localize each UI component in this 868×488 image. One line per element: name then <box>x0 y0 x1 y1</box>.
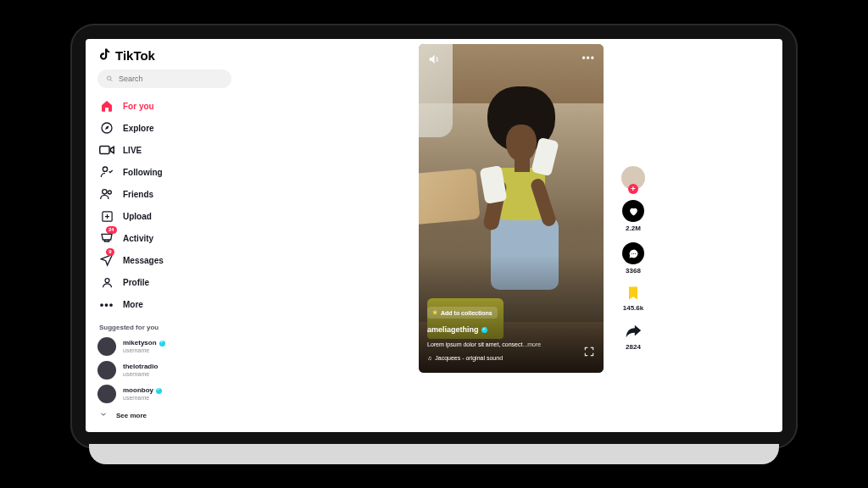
nav-label: Activity <box>123 234 153 243</box>
like-button[interactable]: 2.2M <box>622 200 644 232</box>
video-author[interactable]: ameliagething <box>427 325 487 334</box>
save-count: 145.6k <box>623 304 643 312</box>
like-count: 2.2M <box>626 225 641 232</box>
video-player[interactable]: ••• ★ Add to collections ameliagething L… <box>419 44 604 373</box>
nav-list: For you Explore LIVE Following Friends <box>97 95 231 315</box>
music-note-icon: ♫ <box>427 355 431 361</box>
save-button[interactable]: 145.6k <box>623 285 643 312</box>
fullscreen-button[interactable] <box>583 346 595 361</box>
bookmark-icon <box>625 285 642 302</box>
nav-messages[interactable]: 9 Messages <box>97 249 231 271</box>
suggested-handle: username <box>123 347 165 354</box>
comment-count: 3368 <box>626 267 641 274</box>
share-icon <box>624 322 643 341</box>
brand-text: TikTok <box>115 48 155 63</box>
suggested-handle: username <box>123 395 162 402</box>
nav-label: Friends <box>123 190 153 199</box>
verified-badge-icon <box>481 327 487 333</box>
suggested-username: miketyson <box>123 340 157 347</box>
suggested-title: Suggested for you <box>99 324 231 331</box>
activity-badge: 24 <box>106 226 117 234</box>
search-bar[interactable] <box>97 69 231 88</box>
home-icon <box>99 98 114 114</box>
laptop-base <box>89 444 779 464</box>
svg-point-10 <box>105 278 109 282</box>
suggested-item[interactable]: thelotradio username <box>97 358 231 382</box>
music-text: Jacquees - original sound <box>435 355 503 361</box>
nav-following[interactable]: Following <box>97 161 231 183</box>
laptop-frame: TikTok For you Explore LIVE <box>70 24 798 449</box>
suggested-username: thelotradio <box>123 363 158 371</box>
nav-label: For you <box>123 102 154 111</box>
suggested-handle: username <box>123 371 158 378</box>
see-more-label: See more <box>116 412 147 419</box>
chevron-down-icon <box>99 410 108 420</box>
avatar <box>97 337 116 356</box>
suggested-item[interactable]: moonboy username <box>97 382 231 406</box>
video-caption[interactable]: Lorem ipsum dolor sit amet, consect...mo… <box>427 341 578 347</box>
nav-label: LIVE <box>123 146 142 155</box>
svg-point-11 <box>631 252 632 253</box>
share-button[interactable]: 2824 <box>624 322 643 351</box>
caption-text: Lorem ipsum dolor sit amet, consect <box>427 341 522 347</box>
nav-more[interactable]: ••• More <box>97 293 231 315</box>
sidebar: TikTok For you Explore LIVE <box>86 39 240 432</box>
search-icon <box>106 75 114 83</box>
nav-label: Upload <box>123 212 152 221</box>
user-icon <box>99 274 114 290</box>
live-icon <box>99 142 114 158</box>
users-icon <box>99 186 114 202</box>
nav-label: Messages <box>123 256 164 265</box>
nav-profile[interactable]: Profile <box>97 271 231 293</box>
verified-badge-icon <box>159 341 165 347</box>
author-avatar-follow[interactable] <box>621 166 645 190</box>
suggested-username: moonboy <box>123 387 153 395</box>
nav-label: Profile <box>123 278 149 287</box>
messages-badge: 9 <box>106 248 114 256</box>
video-menu-button[interactable]: ••• <box>581 53 595 64</box>
avatar <box>97 361 116 380</box>
svg-point-4 <box>103 167 107 171</box>
comment-icon <box>622 242 644 264</box>
nav-for-you[interactable]: For you <box>97 95 231 117</box>
tiktok-icon <box>97 47 113 63</box>
svg-rect-3 <box>100 147 109 154</box>
svg-point-0 <box>107 76 110 80</box>
nav-label: More <box>123 300 143 309</box>
bookmark-icon: ★ <box>432 309 437 316</box>
author-name: ameliagething <box>427 325 479 334</box>
suggested-item[interactable]: miketyson username <box>97 335 231 358</box>
nav-live[interactable]: LIVE <box>97 139 231 161</box>
user-check-icon <box>99 164 114 180</box>
volume-button[interactable] <box>427 53 441 66</box>
add-collections-label: Add to collections <box>441 310 492 316</box>
svg-point-5 <box>103 190 107 194</box>
caption-more: ...more <box>522 341 541 347</box>
share-count: 2824 <box>626 343 641 351</box>
avatar <box>97 385 116 403</box>
verified-badge-icon <box>156 388 162 394</box>
action-rail: 2.2M 3368 145.6k 2824 <box>621 166 645 351</box>
video-music[interactable]: ♫ Jacquees - original sound <box>427 355 503 361</box>
nav-friends[interactable]: Friends <box>97 183 231 205</box>
compass-icon <box>99 120 114 136</box>
brand-logo[interactable]: TikTok <box>97 47 231 63</box>
svg-line-1 <box>111 80 113 81</box>
nav-explore[interactable]: Explore <box>97 117 231 139</box>
ellipsis-icon: ••• <box>99 297 114 312</box>
svg-point-12 <box>632 252 633 253</box>
add-to-collections-button[interactable]: ★ Add to collections <box>427 307 498 319</box>
nav-label: Following <box>123 168 163 177</box>
comment-button[interactable]: 3368 <box>622 242 644 274</box>
svg-point-6 <box>108 191 111 194</box>
see-more-button[interactable]: See more <box>97 406 231 424</box>
search-input[interactable] <box>119 75 223 83</box>
nav-activity[interactable]: 24 Activity <box>97 227 231 249</box>
nav-label: Explore <box>123 124 154 133</box>
svg-point-13 <box>635 252 636 253</box>
plus-square-icon <box>99 208 114 224</box>
feed-main: ••• ★ Add to collections ameliagething L… <box>240 39 782 432</box>
nav-upload[interactable]: Upload <box>97 205 231 227</box>
heart-icon <box>622 200 644 222</box>
screen: TikTok For you Explore LIVE <box>86 39 782 432</box>
